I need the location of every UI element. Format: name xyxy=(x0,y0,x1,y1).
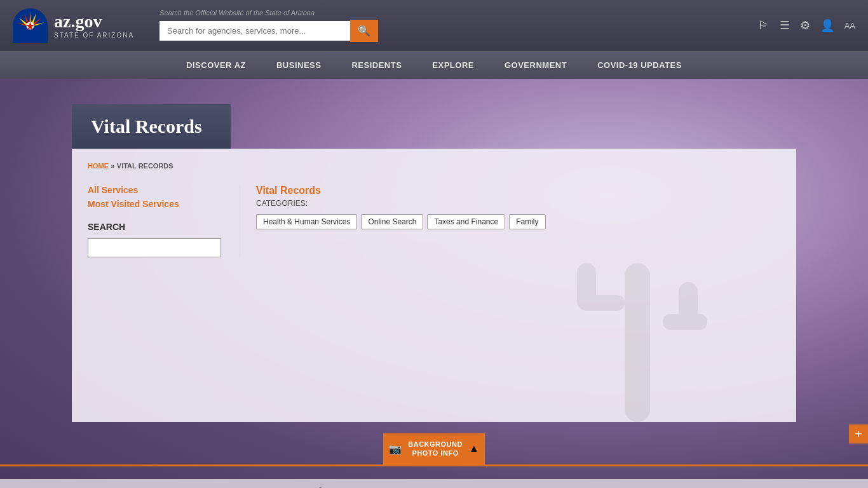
bg-photo-bar-wrapper: 📷 BACKGROUNDPHOTO INFO ▲ xyxy=(0,440,868,464)
settings-icon[interactable]: ⚙ xyxy=(800,18,810,32)
page-wrapper: Vital Records HOME » VITAL RECORDS All S… xyxy=(53,79,815,441)
category-online-search[interactable]: Online Search xyxy=(361,214,423,229)
nav-government[interactable]: GOVERNMENT xyxy=(489,51,582,79)
nav-discover-az[interactable]: DISCOVER AZ xyxy=(171,51,261,79)
svg-rect-18 xyxy=(679,282,698,330)
plus-button[interactable]: + xyxy=(849,424,868,444)
site-footer: © 2019 State of Arizona | POLICIES | SIT… xyxy=(0,479,868,488)
header-search-input[interactable] xyxy=(159,21,350,41)
nav-business[interactable]: BUSINESS xyxy=(261,51,336,79)
logo-state: STATE OF ARIZONA xyxy=(54,32,134,39)
categories-label: CATEGORIES: xyxy=(256,199,780,208)
search-bar: 🔍 xyxy=(159,20,414,42)
breadcrumb-home[interactable]: HOME xyxy=(88,162,109,170)
bg-photo-label: BACKGROUNDPHOTO INFO xyxy=(408,440,463,458)
font-size-toggle[interactable]: AA xyxy=(844,21,855,30)
nav-explore[interactable]: EXPLORE xyxy=(417,51,489,79)
right-content: Vital Records CATEGORIES: Health & Human… xyxy=(240,185,780,257)
orange-divider xyxy=(0,464,868,466)
category-family[interactable]: Family xyxy=(509,214,545,229)
sidebar-search-input[interactable] xyxy=(88,238,221,257)
logo-area: az.gov STATE OF ARIZONA xyxy=(13,8,134,43)
site-header: az.gov STATE OF ARIZONA Search the Offic… xyxy=(0,0,868,51)
svg-rect-15 xyxy=(580,295,625,311)
svg-rect-14 xyxy=(625,263,650,422)
header-search-button[interactable]: 🔍 xyxy=(350,20,378,42)
category-taxes[interactable]: Taxes and Finance xyxy=(427,214,505,229)
header-search-area: Search the Official Website of the State… xyxy=(159,9,414,42)
nav-covid[interactable]: COVID-19 UPDATES xyxy=(582,51,697,79)
main-navigation: DISCOVER AZ BUSINESS RESIDENTS EXPLORE G… xyxy=(0,51,868,79)
list-icon[interactable]: ☰ xyxy=(780,18,790,32)
logo-text: az.gov STATE OF ARIZONA xyxy=(54,13,134,39)
all-services-link[interactable]: All Services xyxy=(88,185,227,195)
camera-icon: 📷 xyxy=(389,443,402,455)
logo-domain[interactable]: az.gov xyxy=(54,13,134,30)
page-title-box: Vital Records xyxy=(72,104,231,149)
breadcrumb-separator: » xyxy=(111,162,114,170)
category-tags: Health & Human Services Online Search Ta… xyxy=(256,214,780,229)
search-tagline: Search the Official Website of the State… xyxy=(159,9,414,17)
most-visited-link[interactable]: Most Visited Services xyxy=(88,199,227,209)
flag-icon[interactable]: 🏳 xyxy=(758,19,770,32)
page-title: Vital Records xyxy=(91,116,212,137)
svg-rect-17 xyxy=(663,314,707,330)
vital-records-title: Vital Records xyxy=(256,185,780,196)
left-sidebar: All Services Most Visited Services SEARC… xyxy=(88,185,240,257)
svg-rect-16 xyxy=(577,263,596,311)
header-icons: 🏳 ☰ ⚙ 👤 AA xyxy=(758,18,855,32)
two-column-layout: All Services Most Visited Services SEARC… xyxy=(88,185,780,257)
nav-residents[interactable]: RESIDENTS xyxy=(336,51,417,79)
breadcrumb-current: VITAL RECORDS xyxy=(117,162,173,170)
chevron-up-icon: ▲ xyxy=(469,443,479,454)
category-health[interactable]: Health & Human Services xyxy=(256,214,357,229)
breadcrumb: HOME » VITAL RECORDS xyxy=(88,161,780,175)
az-flag-logo[interactable] xyxy=(13,8,48,43)
content-card: HOME » VITAL RECORDS All Services Most V… xyxy=(72,149,796,422)
user-icon[interactable]: 👤 xyxy=(820,18,834,32)
search-label: SEARCH xyxy=(88,222,227,232)
background-photo-info-button[interactable]: 📷 BACKGROUNDPHOTO INFO ▲ xyxy=(383,433,485,464)
